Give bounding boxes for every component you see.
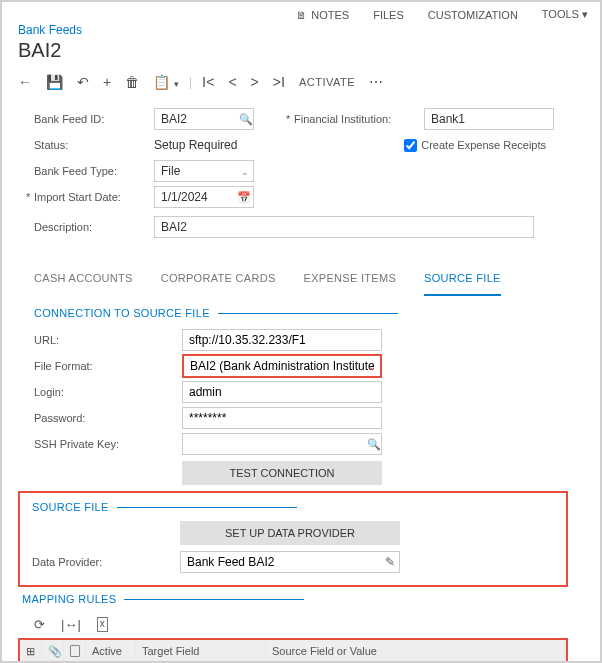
note-icon: 🗎: [296, 9, 307, 21]
customization-link[interactable]: CUSTOMIZATION: [428, 9, 518, 21]
tab-corporate-cards[interactable]: CORPORATE CARDS: [161, 266, 276, 296]
label-status: Status:: [34, 139, 154, 151]
add-icon[interactable]: +: [103, 74, 111, 90]
financial-institution-input[interactable]: [424, 108, 554, 130]
label-bank-feed-id: Bank Feed ID:: [34, 113, 154, 125]
password-input[interactable]: [182, 407, 382, 429]
label-password: Password:: [34, 412, 182, 424]
chevron-down-icon: ⌄: [241, 167, 249, 177]
file-format-select[interactable]: [182, 354, 382, 378]
test-connection-button[interactable]: TEST CONNECTION: [182, 461, 382, 485]
status-value: Setup Required: [154, 135, 254, 155]
notes-link[interactable]: 🗎 NOTES: [296, 9, 349, 21]
next-icon[interactable]: >: [251, 74, 259, 90]
label-import-start-date: Import Start Date:: [34, 191, 154, 203]
mapping-grid: ⊞ 📎 Active Target Field Source Field or …: [18, 638, 568, 663]
delete-icon[interactable]: 🗑: [125, 74, 139, 90]
label-bank-feed-type: Bank Feed Type:: [34, 165, 154, 177]
prev-icon[interactable]: <: [228, 74, 236, 90]
login-input[interactable]: [182, 381, 382, 403]
tools-dropdown[interactable]: TOOLS ▾: [542, 8, 588, 21]
calendar-icon[interactable]: 📅: [237, 191, 251, 203]
col-marker-header[interactable]: ⊞: [20, 640, 42, 663]
col-clip-header[interactable]: 📎: [42, 640, 64, 663]
section-connection-title: CONNECTION TO SOURCE FILE: [34, 307, 210, 319]
save-icon[interactable]: 💾: [46, 74, 63, 90]
last-icon[interactable]: >Ⅰ: [273, 74, 285, 90]
bank-feed-type-select[interactable]: [154, 160, 254, 182]
label-file-format: File Format:: [34, 360, 182, 372]
export-icon[interactable]: x: [97, 617, 108, 632]
create-expense-checkbox[interactable]: Create Expense Receipts: [400, 139, 546, 152]
section-source-file-title: SOURCE FILE: [32, 501, 109, 513]
tab-expense-items[interactable]: EXPENSE ITEMS: [304, 266, 397, 296]
label-data-provider: Data Provider:: [32, 556, 144, 568]
label-ssh-key: SSH Private Key:: [34, 438, 182, 450]
search-icon[interactable]: 🔍: [367, 438, 381, 450]
tab-cash-accounts[interactable]: CASH ACCOUNTS: [34, 266, 133, 296]
copy-icon[interactable]: 📋 ▾: [153, 74, 179, 90]
page-title: BAI2: [18, 39, 584, 62]
url-input[interactable]: [182, 329, 382, 351]
col-target-header[interactable]: Target Field: [136, 640, 266, 663]
undo-icon[interactable]: ↶: [77, 74, 89, 90]
data-provider-input[interactable]: [180, 551, 400, 573]
first-icon[interactable]: Ⅰ<: [202, 74, 214, 90]
caret-down-icon: ▾: [582, 8, 588, 20]
col-note-header[interactable]: [64, 640, 86, 663]
edit-icon[interactable]: ✎: [385, 555, 395, 569]
search-icon[interactable]: 🔍: [239, 113, 253, 125]
description-input[interactable]: [154, 216, 534, 238]
col-active-header[interactable]: Active: [86, 640, 136, 663]
refresh-icon[interactable]: ⟳: [34, 617, 45, 632]
create-expense-input[interactable]: [404, 139, 417, 152]
label-login: Login:: [34, 386, 182, 398]
ssh-key-input[interactable]: [182, 433, 382, 455]
label-description: Description:: [34, 221, 154, 233]
files-link[interactable]: FILES: [373, 9, 404, 21]
more-icon[interactable]: ⋯: [369, 74, 383, 90]
section-mapping-rules-title: MAPPING RULES: [22, 593, 116, 605]
back-icon[interactable]: ←: [18, 74, 32, 90]
tab-source-file[interactable]: SOURCE FILE: [424, 266, 501, 296]
activate-button[interactable]: ACTIVATE: [299, 76, 355, 88]
setup-data-provider-button[interactable]: SET UP DATA PROVIDER: [180, 521, 400, 545]
label-url: URL:: [34, 334, 182, 346]
breadcrumb[interactable]: Bank Feeds: [18, 23, 584, 37]
label-financial-institution: Financial Institution:: [294, 113, 424, 125]
fit-icon[interactable]: |↔|: [61, 617, 81, 632]
col-source-header[interactable]: Source Field or Value: [266, 640, 566, 663]
